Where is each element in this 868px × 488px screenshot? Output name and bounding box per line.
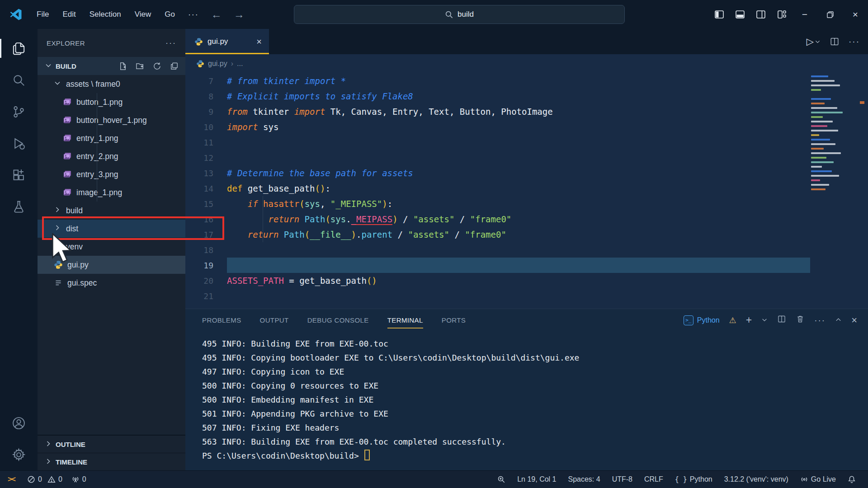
code-line-11[interactable]: 11: [185, 135, 868, 150]
settings-gear-icon[interactable]: [0, 439, 38, 470]
tree-item-venv[interactable]: venv: [38, 238, 185, 256]
notifications-bell-icon[interactable]: [842, 471, 862, 488]
run-python-file-button[interactable]: ▷: [807, 36, 821, 47]
window-minimize-icon[interactable]: −: [792, 0, 817, 29]
zoom-indicator[interactable]: [491, 471, 511, 488]
tree-item-dist[interactable]: dist: [38, 220, 185, 238]
close-panel-icon[interactable]: ×: [851, 314, 857, 326]
code-line-14[interactable]: 14def get_base_path():: [185, 181, 868, 196]
line-number: 12: [185, 153, 227, 163]
window-close-icon[interactable]: ×: [843, 0, 868, 29]
chevron-right-icon: [45, 440, 52, 447]
kill-terminal-icon[interactable]: [796, 314, 805, 326]
terminal-warning-icon[interactable]: ⚠: [729, 315, 736, 325]
code-line-21[interactable]: 21: [185, 288, 868, 304]
code-editor[interactable]: 7# from tkinter import *8# Explicit impo…: [185, 73, 868, 309]
panel-more-actions-icon[interactable]: ···: [814, 315, 826, 325]
extensions-icon[interactable]: [0, 159, 38, 191]
new-file-icon[interactable]: [118, 61, 127, 71]
menu-file[interactable]: File: [30, 6, 56, 23]
split-editor-icon[interactable]: [830, 37, 840, 47]
code-line-8[interactable]: 8# Explicit imports to satisfy Flake8: [185, 89, 868, 104]
code-line-16[interactable]: 16 return Path(sys._MEIPASS) / "assets" …: [185, 211, 868, 227]
code-line-17[interactable]: 17 return Path(__file__).parent / "asset…: [185, 227, 868, 242]
terminal-output[interactable]: 495 INFO: Building EXE from EXE-00.toc49…: [185, 331, 868, 463]
code-line-10[interactable]: 10import sys: [185, 119, 868, 135]
nav-back-icon[interactable]: ←: [205, 8, 228, 21]
code-line-13[interactable]: 13# Determine the base path for assets: [185, 165, 868, 181]
panel-tab-ports[interactable]: PORTS: [442, 309, 466, 331]
customize-layout-icon[interactable]: [771, 4, 792, 25]
toggle-secondary-sidebar-icon[interactable]: [750, 4, 771, 25]
tree-item-assets-frame0[interactable]: assets \ frame0: [38, 75, 185, 93]
source-control-icon[interactable]: [0, 96, 38, 127]
editor-more-actions-icon[interactable]: ···: [849, 37, 860, 47]
window-restore-icon[interactable]: [817, 0, 843, 29]
code-line-20[interactable]: 20ASSETS_PATH = get_base_path(): [185, 273, 868, 288]
tree-item-button-hover-1-png[interactable]: button_hover_1.png: [38, 111, 185, 129]
explorer-icon[interactable]: [0, 33, 38, 64]
cursor-position[interactable]: Ln 19, Col 1: [511, 471, 562, 488]
indentation-setting[interactable]: Spaces: 4: [562, 471, 606, 488]
nav-forward-icon[interactable]: →: [228, 8, 250, 21]
tree-item-build[interactable]: build: [38, 202, 185, 220]
menu-selection[interactable]: Selection: [83, 6, 128, 23]
code-line-7[interactable]: 7# from tkinter import *: [185, 73, 868, 89]
problems-indicator[interactable]: 0 0: [23, 471, 67, 488]
tree-item-entry-1-png[interactable]: entry_1.png: [38, 129, 185, 147]
tree-item-button-1-png[interactable]: button_1.png: [38, 93, 185, 111]
run-debug-icon[interactable]: [0, 127, 38, 159]
minimap[interactable]: [811, 75, 855, 192]
go-live-button[interactable]: Go Live: [794, 471, 842, 488]
new-folder-icon[interactable]: [135, 61, 145, 71]
menu-view[interactable]: View: [128, 6, 158, 23]
code-line-9[interactable]: 9from tkinter import Tk, Canvas, Entry, …: [185, 104, 868, 119]
code-line-19[interactable]: 19: [185, 258, 868, 273]
maximize-panel-icon[interactable]: [835, 315, 842, 325]
panel-tab-terminal[interactable]: TERMINAL: [387, 309, 423, 331]
python-interpreter[interactable]: 3.12.2 ('venv': venv): [718, 471, 794, 488]
ports-indicator[interactable]: 0: [67, 471, 91, 488]
panel-tab-problems[interactable]: PROBLEMS: [202, 309, 241, 331]
tree-item-entry-2-png[interactable]: entry_2.png: [38, 147, 185, 165]
explorer-more-icon[interactable]: ···: [165, 38, 176, 48]
refresh-icon[interactable]: [152, 61, 162, 71]
remote-indicator[interactable]: ><: [0, 471, 23, 488]
panel-tab-debug-console[interactable]: DEBUG CONSOLE: [307, 309, 369, 331]
new-terminal-icon[interactable]: +: [746, 314, 752, 326]
code-line-18[interactable]: 18: [185, 242, 868, 258]
panel-tab-output[interactable]: OUTPUT: [260, 309, 289, 331]
command-center-search[interactable]: build: [294, 5, 625, 24]
sidebar-section-timeline[interactable]: TIMELINE: [38, 453, 185, 470]
code-text: def get_base_path():: [227, 181, 810, 196]
code-line-12[interactable]: 12: [185, 150, 868, 165]
tree-item-entry-3-png[interactable]: entry_3.png: [38, 165, 185, 183]
terminal-profile-python[interactable]: >_ Python: [684, 315, 720, 325]
eol-setting[interactable]: CRLF: [638, 471, 669, 488]
tree-item-gui-py[interactable]: gui.py: [38, 256, 185, 274]
testing-icon[interactable]: [0, 191, 38, 222]
sidebar-section-outline[interactable]: OUTLINE: [38, 435, 185, 453]
tree-item-label: entry_2.png: [76, 152, 118, 161]
code-line-15[interactable]: 15 if hasattr(sys, "_MEIPASS"):: [185, 196, 868, 211]
encoding-setting[interactable]: UTF-8: [606, 471, 638, 488]
account-icon[interactable]: [0, 407, 38, 439]
tree-item-image-1-png[interactable]: image_1.png: [38, 183, 185, 202]
language-mode[interactable]: { } Python: [669, 471, 718, 488]
toggle-panel-icon[interactable]: [730, 4, 750, 25]
menu-more-icon[interactable]: ···: [182, 10, 205, 19]
workspace-section-header[interactable]: BUILD: [38, 57, 185, 75]
menu-go[interactable]: Go: [158, 6, 182, 23]
terminal-dropdown-icon[interactable]: [761, 315, 768, 325]
tree-item-label: dist: [66, 224, 78, 234]
menu-edit[interactable]: Edit: [56, 6, 82, 23]
tree-item-gui-spec[interactable]: gui.spec: [38, 274, 185, 292]
toggle-sidebar-icon[interactable]: [709, 4, 730, 25]
terminal-prompt[interactable]: PS C:\Users\codin\Desktop\build>: [202, 449, 868, 463]
tab-close-icon[interactable]: ×: [256, 37, 262, 47]
breadcrumb[interactable]: gui.py › ...: [185, 54, 868, 73]
search-view-icon[interactable]: [0, 64, 38, 96]
split-terminal-icon[interactable]: [777, 314, 786, 326]
tab-gui-py[interactable]: gui.py ×: [185, 29, 269, 54]
collapse-folders-icon[interactable]: [170, 61, 179, 71]
